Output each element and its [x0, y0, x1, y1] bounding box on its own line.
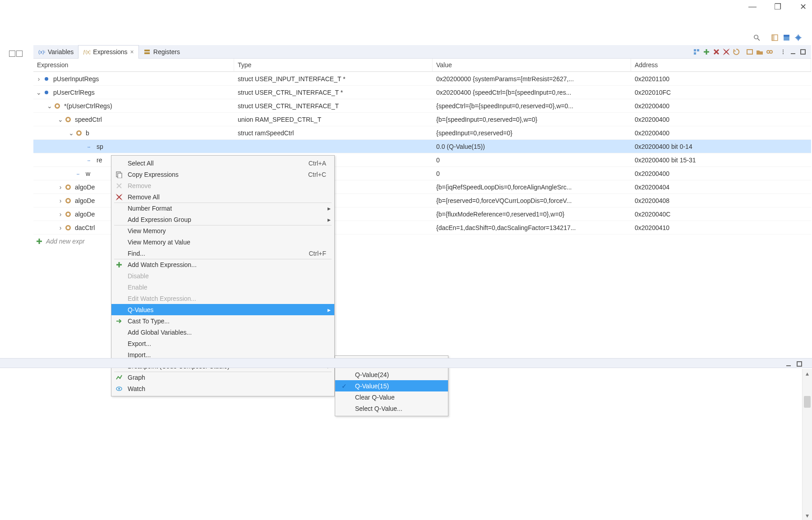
table-row[interactable]: ⌄*(pUserCtrlRegs)struct USER_CTRL_INTERF…: [33, 99, 811, 112]
top-toolbar: [752, 32, 803, 42]
tab-expressions[interactable]: ƒ(x) Expressions ×: [78, 45, 138, 59]
row-address: 0x20200400: [631, 169, 811, 179]
search-icon[interactable]: [752, 32, 761, 42]
expand-toggle-icon[interactable]: ⌄: [68, 129, 75, 137]
menu-graph[interactable]: Graph: [111, 372, 334, 383]
open-perspective-icon[interactable]: [770, 32, 780, 42]
row-value[interactable]: {b={fluxModeReference=0,reserved1=0},w=0…: [433, 209, 631, 219]
toolbar-link-icon[interactable]: [765, 47, 774, 56]
toolbar-refresh-icon[interactable]: [732, 47, 741, 56]
row-address: 0x20200408: [631, 196, 811, 206]
toolbar-menu-icon[interactable]: [779, 47, 788, 56]
menu-watch[interactable]: Watch: [111, 383, 334, 394]
row-value[interactable]: {speedInput=0,reserved=0}: [433, 128, 631, 138]
expand-toggle-icon[interactable]: ›: [57, 184, 64, 191]
toolbar-add-icon[interactable]: [702, 47, 711, 56]
bottom-minimize-icon[interactable]: [784, 359, 793, 368]
menu-add-watch-expression[interactable]: Add Watch Expression...: [111, 259, 334, 270]
submenu-clear-q[interactable]: Clear Q-Value: [335, 391, 448, 403]
submenu-select-q[interactable]: Select Q-Value...: [335, 403, 448, 414]
variables-icon: (x)=: [38, 48, 45, 55]
toolbar-open-icon[interactable]: [755, 47, 764, 56]
row-address: 0x20200400: [631, 115, 811, 124]
table-row[interactable]: ⌄bstruct ramSpeedCtrl{speedInput=0,reser…: [33, 126, 811, 139]
svg-text:↔: ↔: [76, 171, 80, 176]
menu-add-expression-group[interactable]: Add Expression Group▸: [111, 214, 334, 225]
scroll-up-icon[interactable]: ▴: [803, 369, 812, 378]
svg-point-27: [56, 105, 59, 107]
bottom-maximize-icon[interactable]: [795, 359, 804, 368]
toolbar-maximize-icon[interactable]: [798, 47, 807, 56]
scroll-thumb[interactable]: [804, 396, 811, 408]
toolbar-tree-icon[interactable]: [692, 47, 701, 56]
row-value[interactable]: {b={reserved=0,forceVQCurrLoopDis=0,forc…: [433, 196, 631, 206]
scroll-down-icon[interactable]: ▾: [803, 511, 812, 520]
minimize-button[interactable]: —: [747, 2, 758, 12]
view-dock-handles: [9, 51, 23, 57]
expand-toggle-icon[interactable]: ⌄: [57, 116, 64, 123]
expand-toggle-icon[interactable]: ›: [57, 224, 64, 231]
table-row[interactable]: ↔sp0.0 (Q-Value(15))0x20200400 bit 0-14: [33, 139, 811, 153]
svg-point-18: [770, 51, 772, 53]
dock-handle-min-icon[interactable]: [9, 51, 15, 57]
debug-perspective-icon[interactable]: [793, 32, 803, 42]
view-toolbar: [692, 47, 811, 56]
row-value[interactable]: {speedCtrl={b={speedInput=0,reserved=0},…: [433, 101, 631, 111]
toolbar-remove-icon[interactable]: [712, 47, 721, 56]
toolbar-remove-all-icon[interactable]: [722, 47, 731, 56]
row-name: algoDe: [75, 184, 95, 191]
row-name: re: [97, 156, 102, 164]
expand-toggle-icon[interactable]: ›: [57, 211, 64, 218]
toolbar-new-tab-icon[interactable]: [745, 47, 754, 56]
bottom-scrollbar[interactable]: ▴ ▾: [802, 369, 812, 520]
row-value[interactable]: {b={speedInput=0,reserved=0},w=0}: [433, 115, 631, 124]
tab-expressions-label: Expressions: [93, 48, 127, 55]
bottom-pane-header: [0, 358, 812, 368]
svg-line-1: [757, 38, 759, 40]
maximize-button[interactable]: ❐: [772, 2, 783, 12]
row-value[interactable]: 0.0 (Q-Value(15)): [433, 142, 631, 152]
close-tab-icon[interactable]: ×: [130, 48, 134, 55]
window-layout-icon[interactable]: [781, 32, 791, 42]
table-row[interactable]: ⌄pUserCtrlRegsstruct USER_CTRL_INTERFACE…: [33, 85, 811, 99]
column-value[interactable]: Value: [433, 59, 631, 71]
expand-toggle-icon[interactable]: ⌄: [46, 102, 53, 110]
menu-view-memory-at-value[interactable]: View Memory at Value: [111, 236, 334, 248]
tab-variables[interactable]: (x)= Variables: [33, 45, 78, 59]
column-type[interactable]: Type: [234, 59, 433, 71]
close-window-button[interactable]: ✕: [798, 2, 808, 12]
row-value[interactable]: 0x20200000 {systemParams={mtrResist=2627…: [433, 74, 631, 84]
row-value[interactable]: {b={iqRefSpeedLoopDis=0,forceAlignAngleS…: [433, 182, 631, 192]
menu-add-global-variables[interactable]: Add Global Variables...: [111, 327, 334, 338]
submenu-q24[interactable]: Q-Value(24): [335, 369, 448, 380]
row-value[interactable]: 0: [433, 169, 631, 179]
row-address: 0x20200410: [631, 223, 811, 233]
table-row[interactable]: ⌄speedCtrlunion RAM_SPEED_CTRL_T{b={spee…: [33, 112, 811, 126]
tab-variables-label: Variables: [48, 48, 74, 55]
menu-select-all[interactable]: Select All Ctrl+A: [111, 157, 334, 169]
column-address[interactable]: Address: [631, 59, 811, 71]
menu-copy-expressions[interactable]: Copy Expressions Ctrl+C: [111, 169, 334, 180]
expressions-icon: ƒ(x): [83, 48, 90, 55]
menu-remove-all[interactable]: Remove All: [111, 191, 334, 202]
tab-registers[interactable]: Registers: [139, 45, 185, 59]
menu-q-values[interactable]: Q-Values▸: [111, 304, 334, 315]
row-address: 0x20200404: [631, 182, 811, 192]
row-value[interactable]: {dacEn=1,dacShift=0,dacScalingFactor=134…: [433, 223, 631, 233]
menu-export[interactable]: Export...: [111, 338, 334, 349]
column-expression[interactable]: Expression: [33, 59, 234, 71]
row-value[interactable]: 0x20200400 {speedCtrl={b={speedInput=0,r…: [433, 87, 631, 97]
menu-find[interactable]: Find... Ctrl+F: [111, 248, 334, 259]
menu-view-memory[interactable]: View Memory: [111, 225, 334, 236]
menu-number-format[interactable]: Number Format▸: [111, 202, 334, 214]
dock-handle-max-icon[interactable]: [16, 51, 23, 57]
expand-toggle-icon[interactable]: ›: [35, 75, 42, 83]
expand-toggle-icon[interactable]: ⌄: [35, 89, 42, 96]
expand-toggle-icon[interactable]: ›: [57, 197, 64, 204]
menu-cast-to-type[interactable]: Cast To Type...: [111, 315, 334, 327]
row-value[interactable]: 0: [433, 155, 631, 165]
svg-point-31: [78, 132, 80, 134]
table-row[interactable]: ›pUserInputRegsstruct USER_INPUT_INTERFA…: [33, 72, 811, 85]
submenu-q15[interactable]: ✓ Q-Value(15): [335, 380, 448, 391]
toolbar-minimize-icon[interactable]: [789, 47, 798, 56]
